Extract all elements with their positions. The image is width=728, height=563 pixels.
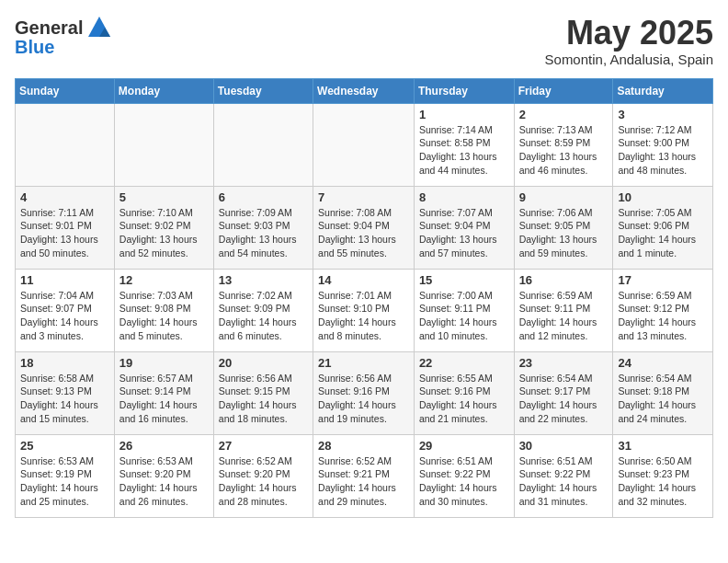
calendar-cell: 5Sunrise: 7:10 AM Sunset: 9:02 PM Daylig… bbox=[114, 186, 213, 269]
day-number: 26 bbox=[119, 439, 209, 453]
calendar-cell bbox=[313, 103, 415, 186]
day-info: Sunrise: 6:50 AM Sunset: 9:23 PM Dayligh… bbox=[618, 454, 708, 509]
day-info: Sunrise: 6:57 AM Sunset: 9:14 PM Dayligh… bbox=[119, 372, 209, 426]
day-info: Sunrise: 7:05 AM Sunset: 9:06 PM Dayligh… bbox=[618, 206, 708, 260]
day-info: Sunrise: 6:52 AM Sunset: 9:21 PM Dayligh… bbox=[318, 454, 409, 509]
calendar-cell: 27Sunrise: 6:52 AM Sunset: 9:20 PM Dayli… bbox=[213, 434, 313, 517]
calendar-cell: 17Sunrise: 6:59 AM Sunset: 9:12 PM Dayli… bbox=[613, 269, 713, 351]
day-number: 19 bbox=[119, 356, 209, 370]
calendar-cell: 23Sunrise: 6:54 AM Sunset: 9:17 PM Dayli… bbox=[514, 351, 613, 434]
day-info: Sunrise: 7:09 AM Sunset: 9:03 PM Dayligh… bbox=[219, 206, 308, 260]
day-number: 21 bbox=[318, 356, 409, 370]
day-number: 8 bbox=[419, 190, 509, 204]
day-number: 10 bbox=[618, 190, 708, 204]
day-info: Sunrise: 6:59 AM Sunset: 9:12 PM Dayligh… bbox=[618, 289, 708, 343]
calendar-cell: 26Sunrise: 6:53 AM Sunset: 9:20 PM Dayli… bbox=[114, 434, 213, 517]
day-info: Sunrise: 6:54 AM Sunset: 9:18 PM Dayligh… bbox=[618, 372, 708, 426]
week-row-3: 11Sunrise: 7:04 AM Sunset: 9:07 PM Dayli… bbox=[16, 269, 713, 351]
day-number: 24 bbox=[618, 356, 708, 370]
day-number: 22 bbox=[419, 356, 509, 370]
day-info: Sunrise: 6:53 AM Sunset: 9:20 PM Dayligh… bbox=[119, 454, 209, 509]
week-row-5: 25Sunrise: 6:53 AM Sunset: 9:19 PM Dayli… bbox=[16, 434, 713, 517]
calendar-cell: 13Sunrise: 7:02 AM Sunset: 9:09 PM Dayli… bbox=[213, 269, 313, 351]
day-info: Sunrise: 6:56 AM Sunset: 9:15 PM Dayligh… bbox=[219, 372, 308, 426]
day-info: Sunrise: 7:10 AM Sunset: 9:02 PM Dayligh… bbox=[119, 206, 209, 260]
day-info: Sunrise: 7:11 AM Sunset: 9:01 PM Dayligh… bbox=[20, 206, 109, 260]
day-number: 16 bbox=[519, 273, 609, 287]
day-info: Sunrise: 6:59 AM Sunset: 9:11 PM Dayligh… bbox=[519, 289, 609, 343]
day-number: 5 bbox=[119, 190, 209, 204]
day-info: Sunrise: 7:01 AM Sunset: 9:10 PM Dayligh… bbox=[318, 289, 409, 343]
calendar-cell bbox=[16, 103, 115, 186]
calendar-cell bbox=[114, 103, 213, 186]
calendar-cell: 14Sunrise: 7:01 AM Sunset: 9:10 PM Dayli… bbox=[313, 269, 415, 351]
calendar-cell: 12Sunrise: 7:03 AM Sunset: 9:08 PM Dayli… bbox=[114, 269, 213, 351]
day-number: 14 bbox=[318, 273, 409, 287]
week-row-1: 1Sunrise: 7:14 AM Sunset: 8:58 PM Daylig… bbox=[16, 103, 713, 186]
calendar-cell: 31Sunrise: 6:50 AM Sunset: 9:23 PM Dayli… bbox=[613, 434, 713, 517]
logo-general: General bbox=[15, 17, 83, 38]
location: Somontin, Andalusia, Spain bbox=[545, 52, 713, 67]
day-number: 29 bbox=[419, 439, 509, 453]
calendar-cell: 10Sunrise: 7:05 AM Sunset: 9:06 PM Dayli… bbox=[613, 186, 713, 269]
calendar-cell: 2Sunrise: 7:13 AM Sunset: 8:59 PM Daylig… bbox=[514, 103, 613, 186]
day-info: Sunrise: 6:53 AM Sunset: 9:19 PM Dayligh… bbox=[20, 454, 109, 509]
day-number: 12 bbox=[119, 273, 209, 287]
day-number: 28 bbox=[318, 439, 409, 453]
month-title: May 2025 bbox=[545, 15, 713, 52]
calendar-cell: 4Sunrise: 7:11 AM Sunset: 9:01 PM Daylig… bbox=[16, 186, 115, 269]
day-info: Sunrise: 6:51 AM Sunset: 9:22 PM Dayligh… bbox=[419, 454, 509, 509]
calendar-cell: 1Sunrise: 7:14 AM Sunset: 8:58 PM Daylig… bbox=[414, 103, 514, 186]
day-number: 3 bbox=[618, 108, 708, 121]
day-info: Sunrise: 6:55 AM Sunset: 9:16 PM Dayligh… bbox=[419, 372, 509, 426]
day-info: Sunrise: 7:14 AM Sunset: 8:58 PM Dayligh… bbox=[419, 123, 509, 178]
calendar-cell: 21Sunrise: 6:56 AM Sunset: 9:16 PM Dayli… bbox=[313, 351, 415, 434]
calendar-cell: 8Sunrise: 7:07 AM Sunset: 9:04 PM Daylig… bbox=[414, 186, 514, 269]
day-number: 1 bbox=[419, 108, 509, 121]
day-info: Sunrise: 6:58 AM Sunset: 9:13 PM Dayligh… bbox=[20, 372, 109, 426]
weekday-header-friday: Friday bbox=[514, 78, 613, 103]
weekday-header-sunday: Sunday bbox=[16, 78, 115, 103]
calendar-cell: 20Sunrise: 6:56 AM Sunset: 9:15 PM Dayli… bbox=[213, 351, 313, 434]
calendar-cell: 28Sunrise: 6:52 AM Sunset: 9:21 PM Dayli… bbox=[313, 434, 415, 517]
day-number: 23 bbox=[519, 356, 609, 370]
calendar-cell: 30Sunrise: 6:51 AM Sunset: 9:22 PM Dayli… bbox=[514, 434, 613, 517]
day-number: 9 bbox=[519, 190, 609, 204]
day-number: 13 bbox=[219, 273, 308, 287]
day-info: Sunrise: 7:13 AM Sunset: 8:59 PM Dayligh… bbox=[519, 123, 609, 178]
day-info: Sunrise: 7:07 AM Sunset: 9:04 PM Dayligh… bbox=[419, 206, 509, 260]
day-info: Sunrise: 7:03 AM Sunset: 9:08 PM Dayligh… bbox=[119, 289, 209, 343]
calendar-table: SundayMondayTuesdayWednesdayThursdayFrid… bbox=[15, 78, 713, 518]
weekday-header-saturday: Saturday bbox=[613, 78, 713, 103]
calendar-cell bbox=[213, 103, 313, 186]
weekday-header-row: SundayMondayTuesdayWednesdayThursdayFrid… bbox=[16, 78, 713, 103]
day-number: 11 bbox=[20, 273, 109, 287]
day-info: Sunrise: 6:54 AM Sunset: 9:17 PM Dayligh… bbox=[519, 372, 609, 426]
logo: General Blue bbox=[15, 15, 112, 57]
day-number: 27 bbox=[219, 439, 308, 453]
day-info: Sunrise: 6:56 AM Sunset: 9:16 PM Dayligh… bbox=[318, 372, 409, 426]
day-number: 2 bbox=[519, 108, 609, 121]
day-info: Sunrise: 6:51 AM Sunset: 9:22 PM Dayligh… bbox=[519, 454, 609, 509]
week-row-2: 4Sunrise: 7:11 AM Sunset: 9:01 PM Daylig… bbox=[16, 186, 713, 269]
day-number: 25 bbox=[20, 439, 109, 453]
day-number: 17 bbox=[618, 273, 708, 287]
logo-icon bbox=[86, 15, 112, 40]
weekday-header-thursday: Thursday bbox=[414, 78, 514, 103]
day-number: 7 bbox=[318, 190, 409, 204]
calendar-cell: 24Sunrise: 6:54 AM Sunset: 9:18 PM Dayli… bbox=[613, 351, 713, 434]
calendar-cell: 9Sunrise: 7:06 AM Sunset: 9:05 PM Daylig… bbox=[514, 186, 613, 269]
day-number: 30 bbox=[519, 439, 609, 453]
calendar-cell: 25Sunrise: 6:53 AM Sunset: 9:19 PM Dayli… bbox=[16, 434, 115, 517]
day-number: 31 bbox=[618, 439, 708, 453]
day-info: Sunrise: 6:52 AM Sunset: 9:20 PM Dayligh… bbox=[219, 454, 308, 509]
title-block: May 2025 Somontin, Andalusia, Spain bbox=[545, 15, 713, 67]
day-number: 18 bbox=[20, 356, 109, 370]
calendar-cell: 16Sunrise: 6:59 AM Sunset: 9:11 PM Dayli… bbox=[514, 269, 613, 351]
week-row-4: 18Sunrise: 6:58 AM Sunset: 9:13 PM Dayli… bbox=[16, 351, 713, 434]
day-info: Sunrise: 7:00 AM Sunset: 9:11 PM Dayligh… bbox=[419, 289, 509, 343]
calendar-cell: 6Sunrise: 7:09 AM Sunset: 9:03 PM Daylig… bbox=[213, 186, 313, 269]
day-number: 15 bbox=[419, 273, 509, 287]
day-info: Sunrise: 7:08 AM Sunset: 9:04 PM Dayligh… bbox=[318, 206, 409, 260]
calendar-cell: 11Sunrise: 7:04 AM Sunset: 9:07 PM Dayli… bbox=[16, 269, 115, 351]
